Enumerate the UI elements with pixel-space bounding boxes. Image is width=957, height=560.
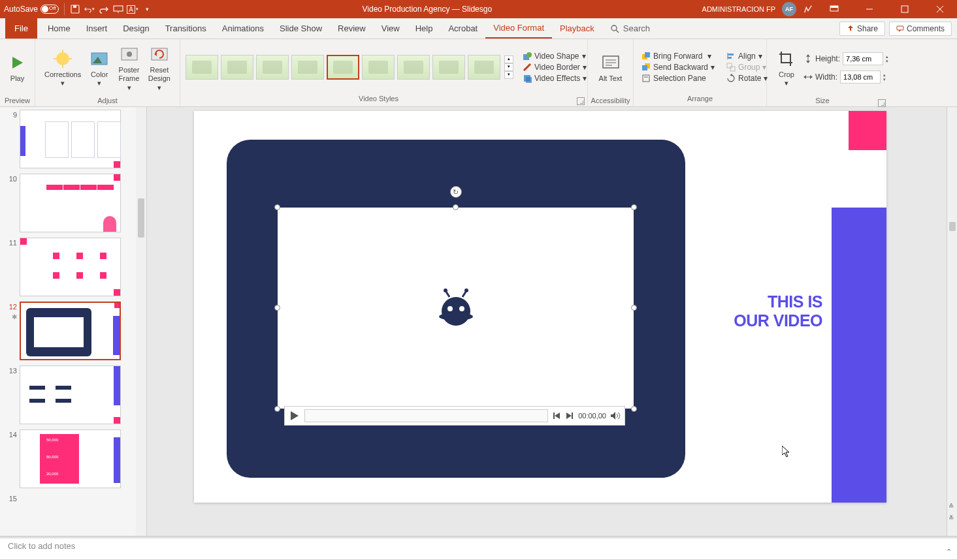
- selection-pane-button[interactable]: Selection Pane: [639, 73, 717, 84]
- video-styles-launcher[interactable]: [577, 97, 585, 105]
- slides-panel[interactable]: 9 10 11 12: [0, 107, 147, 536]
- bring-forward-button[interactable]: Bring Forward ▾: [639, 51, 717, 61]
- sel-handle-mr[interactable]: [631, 305, 637, 311]
- slide-thumb-11[interactable]: [20, 238, 121, 296]
- slide-title-text[interactable]: THIS IS OUR VIDEO: [734, 292, 822, 330]
- share-button[interactable]: Share: [839, 22, 885, 36]
- tab-video-format[interactable]: Video Format: [485, 18, 552, 39]
- group-label: Group: [738, 63, 760, 72]
- reset-design-button[interactable]: Reset Design ▾: [144, 42, 174, 94]
- video-style-5[interactable]: [327, 55, 359, 80]
- slide-thumb-10[interactable]: [20, 174, 121, 232]
- font-size-icon[interactable]: A▾: [127, 4, 138, 14]
- video-shape-label: Video Shape: [534, 52, 579, 61]
- corrections-button[interactable]: Corrections▾: [41, 42, 85, 94]
- alt-text-button[interactable]: Alt Text: [595, 42, 626, 94]
- video-style-9[interactable]: [468, 55, 500, 80]
- video-prev-frame-icon[interactable]: [552, 411, 561, 420]
- sel-handle-tm[interactable]: [453, 204, 459, 210]
- video-style-3[interactable]: [256, 55, 289, 80]
- tab-acrobat[interactable]: Acrobat: [440, 18, 485, 39]
- customize-qat-icon[interactable]: ▾: [142, 4, 152, 14]
- tab-help[interactable]: Help: [408, 18, 441, 39]
- play-button[interactable]: Play: [3, 42, 32, 94]
- user-avatar[interactable]: AF: [782, 2, 796, 16]
- crop-button[interactable]: Crop▾: [772, 42, 801, 94]
- prev-slide-icon[interactable]: ≙: [949, 503, 954, 510]
- video-style-8[interactable]: [432, 55, 465, 80]
- tab-animations[interactable]: Animations: [214, 18, 272, 39]
- thumbs-scrollbar[interactable]: [136, 107, 146, 536]
- tab-home[interactable]: Home: [40, 18, 78, 39]
- send-backward-label: Send Backward: [653, 63, 708, 72]
- video-style-4[interactable]: [291, 55, 324, 80]
- video-seek-track[interactable]: [304, 409, 548, 422]
- save-icon[interactable]: [70, 4, 80, 14]
- group-adjust: Adjust: [35, 97, 180, 106]
- slide[interactable]: 00:00,00 THIS IS OUR VIDEO: [194, 111, 886, 503]
- maximize-button[interactable]: [890, 0, 919, 18]
- slide-thumb-9[interactable]: [20, 110, 121, 168]
- tab-slide-show[interactable]: Slide Show: [272, 18, 330, 39]
- notes-pane[interactable]: Click to add notes: [0, 538, 957, 559]
- video-effects-button[interactable]: Video Effects ▾: [520, 73, 589, 84]
- size-launcher[interactable]: [878, 99, 886, 107]
- sel-handle-tl[interactable]: [274, 204, 280, 210]
- width-input[interactable]: [840, 70, 881, 84]
- autosave-pill[interactable]: Off: [41, 5, 59, 14]
- video-styles-gallery[interactable]: ▴▾▾: [186, 55, 513, 80]
- sel-handle-ml[interactable]: [274, 305, 280, 311]
- tab-transitions[interactable]: Transitions: [157, 18, 214, 39]
- video-shape-button[interactable]: Video Shape ▾: [520, 51, 589, 61]
- video-play-icon[interactable]: [289, 410, 300, 422]
- sel-handle-tr[interactable]: [631, 204, 637, 210]
- height-input[interactable]: [843, 52, 883, 65]
- tab-review[interactable]: Review: [330, 18, 374, 39]
- poster-frame-button[interactable]: Poster Frame ▾: [114, 42, 144, 94]
- undo-icon[interactable]: ▾: [84, 4, 95, 14]
- color-button[interactable]: Color▾: [85, 42, 114, 94]
- tab-design[interactable]: Design: [115, 18, 157, 39]
- minimize-button[interactable]: [855, 0, 884, 18]
- coming-soon-icon[interactable]: [803, 4, 813, 14]
- sel-handle-bl[interactable]: [274, 406, 280, 412]
- sel-handle-br[interactable]: [631, 406, 637, 412]
- rotate-button[interactable]: Rotate ▾: [724, 73, 770, 84]
- slide-canvas[interactable]: 00:00,00 THIS IS OUR VIDEO ≙ ≚: [147, 107, 957, 536]
- video-style-7[interactable]: [397, 55, 430, 80]
- rotation-handle[interactable]: [450, 186, 462, 198]
- align-button[interactable]: Align ▾: [724, 51, 770, 61]
- slide-thumb-14[interactable]: 50,000 80,000 20,000: [20, 429, 121, 488]
- video-style-6[interactable]: [362, 55, 395, 80]
- autosave-toggle[interactable]: AutoSave Off: [4, 5, 59, 14]
- present-from-start-icon[interactable]: [113, 4, 123, 14]
- border-icon: [523, 63, 532, 72]
- canvas-scrollbar-vertical[interactable]: ≙ ≚: [947, 107, 957, 536]
- width-row: Width: ▴▾: [803, 70, 888, 84]
- comments-button[interactable]: Comments: [889, 22, 952, 36]
- slide-thumb-12[interactable]: ✱: [20, 302, 121, 360]
- tab-playback[interactable]: Playback: [552, 18, 602, 39]
- video-border-button[interactable]: Video Border ▾: [520, 62, 589, 72]
- video-control-bar[interactable]: 00:00,00: [284, 406, 625, 426]
- tab-view[interactable]: View: [374, 18, 408, 39]
- tab-file[interactable]: File: [5, 18, 37, 39]
- collapse-ribbon-icon[interactable]: ⌃: [945, 546, 953, 557]
- width-spinner[interactable]: ▴▾: [883, 72, 886, 82]
- rotate-label: Rotate: [738, 74, 761, 83]
- video-style-1[interactable]: [186, 55, 218, 80]
- send-backward-button[interactable]: Send Backward ▾: [639, 62, 717, 72]
- video-next-frame-icon[interactable]: [565, 411, 574, 420]
- video-placeholder[interactable]: [278, 208, 634, 409]
- ribbon-display-options-icon[interactable]: [820, 0, 849, 18]
- search-box[interactable]: Search: [610, 23, 650, 33]
- close-button[interactable]: [926, 0, 954, 18]
- slide-thumb-13[interactable]: [20, 366, 121, 424]
- video-styles-more[interactable]: ▴▾▾: [504, 55, 513, 79]
- height-spinner[interactable]: ▴▾: [886, 54, 888, 63]
- video-style-2[interactable]: [221, 55, 253, 80]
- video-volume-icon[interactable]: [610, 411, 621, 420]
- next-slide-icon[interactable]: ≚: [949, 514, 954, 521]
- tab-insert[interactable]: Insert: [78, 18, 116, 39]
- redo-icon[interactable]: [99, 4, 109, 14]
